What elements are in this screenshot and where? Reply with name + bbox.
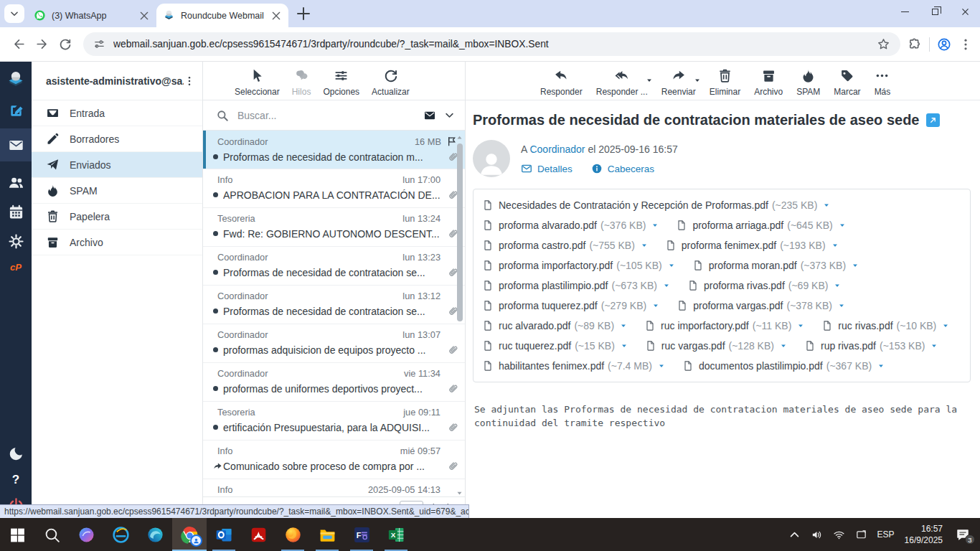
attachment-item[interactable]: proforma rivas.pdf(~69 KB) <box>687 280 841 291</box>
taskbar-outlook-button[interactable] <box>207 518 241 551</box>
contacts-icon[interactable] <box>8 174 24 191</box>
attachment-menu-caret-icon[interactable] <box>930 342 938 349</box>
attachment-item[interactable]: proforma alvarado.pdf(~376 KB) <box>482 220 659 231</box>
new-tab-button[interactable] <box>295 5 312 22</box>
nav-mail-active[interactable] <box>0 128 32 161</box>
attachment-menu-caret-icon[interactable] <box>942 322 949 329</box>
account-header[interactable]: asistente-administrativo@sa... <box>32 62 202 100</box>
dropdown-caret-icon[interactable] <box>694 77 701 84</box>
attachment-item[interactable]: proforma vargas.pdf(~378 KB) <box>677 300 845 311</box>
message-row[interactable]: Coordinadorlun 13:12Proformas de necesid… <box>203 286 465 324</box>
attachment-name[interactable]: proforma tuquerez.pdf <box>499 300 598 311</box>
message-row[interactable]: Coordinador16 MBProformas de necesidad d… <box>203 131 465 169</box>
attachment-item[interactable]: proforma tuquerez.pdf(~279 KB) <box>482 300 659 311</box>
attachment-item[interactable]: ruc alvarado.pdf(~89 KB) <box>482 320 627 331</box>
language-indicator[interactable]: ESP <box>877 529 895 540</box>
help-icon[interactable]: ? <box>12 473 19 487</box>
attachment-item[interactable]: proforma fenimex.pdf(~193 KB) <box>665 240 839 251</box>
taskbar-fes-app-button[interactable]: F <box>344 518 379 551</box>
action-center-icon[interactable]: 3 <box>956 527 970 542</box>
settings-icon[interactable] <box>8 233 24 250</box>
attachment-menu-caret-icon[interactable] <box>668 262 675 269</box>
attachment-item[interactable]: ruc tuquerez.pdf(~15 KB) <box>482 340 628 352</box>
roundcube-logo-icon[interactable] <box>6 70 26 90</box>
sidebar-folder-borradores[interactable]: Borradores <box>32 126 202 152</box>
attachment-name[interactable]: habilitantes fenimex.pdf <box>499 360 604 372</box>
attachment-name[interactable]: proforma plastilimpio.pdf <box>499 280 608 291</box>
mail-forward-button[interactable]: Reenviar <box>661 68 696 97</box>
recipient-link[interactable]: Coordinador <box>529 143 585 155</box>
sidebar-folder-enviados[interactable]: Enviados <box>32 152 202 178</box>
attachment-menu-caret-icon[interactable] <box>877 362 885 369</box>
search-options-chevron-icon[interactable] <box>444 110 455 121</box>
list-sliders-button[interactable]: Opciones <box>323 68 359 97</box>
attachment-item[interactable]: ruc imporfactory.pdf(~11 KB) <box>644 320 804 331</box>
message-row[interactable]: Tesorerialun 13:24Fwd: Re: GOBIERNO AUTO… <box>203 208 465 247</box>
attachment-name[interactable]: Necesidades de Contratación y Recepción … <box>499 199 768 211</box>
device-icon[interactable] <box>855 529 867 541</box>
list-cursor-button[interactable]: Seleccionar <box>235 68 280 97</box>
scrollbar-thumb[interactable] <box>457 143 463 321</box>
taskbar-excel-button[interactable]: X <box>379 518 413 551</box>
attachment-item[interactable]: ruc rivas.pdf(~10 KB) <box>821 320 949 331</box>
attachment-menu-caret-icon[interactable] <box>651 222 659 229</box>
mail-archive-button[interactable]: Archivo <box>754 68 783 97</box>
search-input[interactable] <box>236 109 415 122</box>
attachment-menu-caret-icon[interactable] <box>838 302 845 309</box>
attachment-name[interactable]: proforma rivas.pdf <box>704 280 785 291</box>
scrollbar-down-icon[interactable] <box>456 490 463 496</box>
tray-chevron-up-icon[interactable] <box>788 529 801 541</box>
site-info-icon[interactable] <box>93 38 105 50</box>
message-row[interactable]: Infomié 09:57Comunicado sobre proceso de… <box>203 441 465 479</box>
attachment-menu-caret-icon[interactable] <box>620 322 627 329</box>
message-row[interactable]: Coordinadorvie 11:34proformas de uniform… <box>203 363 465 402</box>
message-row[interactable]: Tesoreriajue 09:11ertificación Presupues… <box>203 402 465 441</box>
attachment-item[interactable]: proforma arriaga.pdf(~645 KB) <box>676 220 845 231</box>
tab-whatsapp[interactable]: (3) WhatsApp <box>27 4 156 27</box>
attachment-menu-caret-icon[interactable] <box>621 342 628 349</box>
wifi-icon[interactable] <box>833 529 845 541</box>
list-refresh-button[interactable]: Actualizar <box>372 68 410 97</box>
tab-search-button[interactable] <box>4 4 24 23</box>
folder-actions-icon[interactable] <box>184 75 195 87</box>
attachment-name[interactable]: ruc imporfactory.pdf <box>661 320 749 331</box>
attachment-menu-caret-icon[interactable] <box>839 222 846 229</box>
attachment-name[interactable]: ruc rivas.pdf <box>838 320 892 331</box>
back-button[interactable] <box>7 33 30 56</box>
message-row[interactable]: Infolun 17:00APROBACION PARA LA CONTRATA… <box>203 169 465 208</box>
attachment-menu-caret-icon[interactable] <box>663 282 670 289</box>
attachment-menu-caret-icon[interactable] <box>834 282 841 289</box>
attachment-item[interactable]: rup rivas.pdf(~153 KB) <box>804 340 938 352</box>
attachment-item[interactable]: Necesidades de Contratación y Recepción … <box>482 199 830 211</box>
mail-reply-button[interactable]: Responder <box>540 68 583 97</box>
attachment-name[interactable]: proforma fenimex.pdf <box>682 240 776 251</box>
tab-roundcube[interactable]: Roundcube Webmail :: Enviados <box>156 4 288 27</box>
sidebar-folder-archivo[interactable]: Archivo <box>32 230 202 255</box>
speaker-icon[interactable] <box>811 529 823 541</box>
dark-mode-icon[interactable] <box>8 446 24 462</box>
taskbar-internet-explorer-button[interactable] <box>103 518 138 551</box>
search-scope-mail-icon[interactable] <box>423 110 437 121</box>
taskbar-file-explorer-button[interactable] <box>310 518 344 551</box>
sidebar-folder-entrada[interactable]: Entrada <box>32 100 202 126</box>
attachment-name[interactable]: ruc alvarado.pdf <box>499 320 570 331</box>
reload-button[interactable] <box>53 33 76 56</box>
address-bar[interactable]: webmail.sanjuan.gob.ec/cpsess9615474671/… <box>83 32 900 56</box>
open-in-new-window-button[interactable] <box>926 113 940 127</box>
attachment-menu-caret-icon[interactable] <box>831 242 839 249</box>
url-text[interactable]: webmail.sanjuan.gob.ec/cpsess9615474671/… <box>113 39 871 50</box>
bookmark-star-icon[interactable] <box>877 37 890 51</box>
mail-reply-all-button[interactable]: Responder ... <box>596 68 648 97</box>
attachment-item[interactable]: ruc vargas.pdf(~128 KB) <box>645 340 787 352</box>
attachment-name[interactable]: ruc tuquerez.pdf <box>499 340 571 352</box>
attachment-item[interactable]: documentos plastilimpio.pdf(~367 KB) <box>682 360 885 372</box>
profile-avatar-icon[interactable] <box>937 37 951 52</box>
close-window-button[interactable] <box>950 0 980 24</box>
taskbar-taskbar-search-button[interactable] <box>34 518 69 551</box>
attachment-menu-caret-icon[interactable] <box>641 242 648 249</box>
taskbar-firefox-button[interactable] <box>275 518 310 551</box>
browser-menu-icon[interactable] <box>958 37 973 52</box>
attachment-menu-caret-icon[interactable] <box>823 202 830 209</box>
mail-fire-button[interactable]: SPAM <box>796 68 820 97</box>
mail-more-dots-button[interactable]: Más <box>875 68 891 97</box>
